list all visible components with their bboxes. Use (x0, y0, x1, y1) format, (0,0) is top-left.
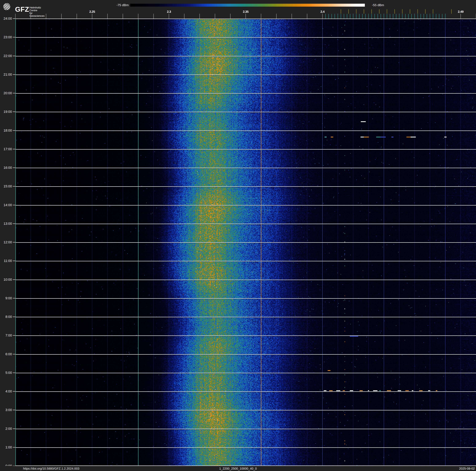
time-label-500: 5:00 (0, 371, 12, 375)
freq-label-2.25: 2.25 (89, 10, 95, 14)
freq-major-tick (292, 14, 292, 18)
ble-channel-tick (439, 14, 439, 18)
time-label-2000: 20:00 (0, 91, 12, 95)
time-tick (13, 354, 15, 354)
time-label-1700: 17:00 (0, 147, 12, 151)
time-label-300: 3:00 (0, 408, 12, 412)
ble-channel-tick (433, 14, 433, 18)
freq-label-2.35: 2.35 (243, 10, 249, 14)
time-label-400: 4:00 (0, 389, 12, 393)
wifi-channel-tick (410, 9, 410, 14)
time-tick (13, 410, 15, 410)
ble-channel-tick (384, 14, 384, 18)
time-tick (13, 261, 15, 261)
wifi-channel-tick (356, 9, 357, 14)
gfz-logo-subtitle-line1: Helmholtz Centre (30, 6, 45, 12)
freq-major-tick (261, 14, 261, 18)
freq-major-tick (15, 14, 16, 18)
time-tick (13, 18, 15, 19)
ble-channel-tick (328, 14, 329, 18)
time-label-1200: 12:00 (0, 240, 12, 244)
ble-channel-tick (430, 14, 430, 18)
wifi-channel-tick (418, 9, 418, 14)
wifi-channel-tick (387, 9, 387, 14)
time-tick (13, 317, 15, 317)
ble-channel-tick (368, 14, 369, 18)
wifi-channel-tick (425, 9, 425, 14)
ble-channel-tick (418, 14, 418, 18)
freq-major-tick (153, 14, 154, 18)
wifi-channel-tick (379, 9, 379, 14)
date-label: 2025-08-02 (459, 467, 475, 471)
spectrogram-canvas (15, 18, 476, 466)
freq-label-2.49: 2.49 (458, 10, 464, 14)
ble-channel-tick (390, 14, 390, 18)
time-label-1000: 10:00 (0, 278, 12, 282)
freq-major-tick (322, 14, 323, 18)
dataset-filename: 1_2200_2500_10000_40_0 (219, 467, 257, 471)
gfz-logo-acronym: GFZ (15, 5, 29, 13)
gfz-logo-subtitle-line2: for Geosciences (30, 12, 45, 17)
time-tick (13, 167, 15, 168)
ble-channel-tick (387, 14, 387, 18)
ble-channel-tick (341, 14, 341, 18)
time-label-1300: 13:00 (0, 222, 12, 226)
time-tick (13, 205, 15, 205)
ble-channel-tick (365, 14, 366, 18)
ble-channel-tick (356, 14, 357, 18)
time-tick (13, 447, 15, 448)
time-label-700: 7:00 (0, 333, 12, 337)
ble-channel-tick (399, 14, 399, 18)
ble-channel-tick (396, 14, 396, 18)
time-label-1800: 18:00 (0, 128, 12, 132)
time-tick (13, 93, 15, 93)
ble-channel-tick (445, 14, 445, 18)
time-tick (13, 56, 15, 56)
time-label-600: 6:00 (0, 352, 12, 356)
freq-major-tick (276, 14, 276, 18)
time-label-900: 9:00 (0, 296, 12, 300)
time-tick (13, 391, 15, 392)
freq-major-tick (169, 14, 169, 18)
wifi-channel-tick (364, 9, 364, 14)
ble-channel-tick (414, 14, 415, 18)
ble-channel-tick (421, 14, 421, 18)
time-label-1400: 14:00 (0, 203, 12, 207)
time-label-1100: 11:00 (0, 259, 12, 263)
ble-channel-tick (381, 14, 381, 18)
wifi-channel-tick (341, 9, 341, 14)
time-tick (13, 149, 15, 149)
ble-channel-tick (411, 14, 412, 18)
ble-channel-tick (405, 14, 406, 18)
time-tick (13, 74, 15, 75)
time-label-2300: 23:00 (0, 35, 12, 39)
colorbar-gradient (130, 4, 365, 7)
freq-major-tick (215, 14, 215, 18)
freq-major-tick (31, 14, 31, 18)
freq-major-tick (200, 14, 200, 18)
time-tick (13, 242, 15, 243)
ble-channel-tick (335, 14, 335, 18)
time-label-2200: 22:00 (0, 54, 12, 58)
ble-channel-tick (362, 14, 362, 18)
ble-channel-tick (359, 14, 359, 18)
ble-channel-tick (325, 14, 326, 18)
time-tick (13, 428, 15, 429)
time-tick (13, 37, 15, 37)
freq-major-tick (460, 14, 461, 18)
time-label-1600: 16:00 (0, 166, 12, 170)
ble-channel-tick (374, 14, 375, 18)
doi-link[interactable]: https://doi.org/10.5880/GFZ.1.2.2024.003 (23, 467, 79, 471)
time-tick (13, 335, 15, 336)
ble-channel-tick (427, 14, 427, 18)
wifi-channel-tick (402, 9, 402, 14)
footer-bar: https://doi.org/10.5880/GFZ.1.2.2024.003… (0, 466, 476, 471)
time-label-200: 2:00 (0, 427, 12, 431)
ble-channel-tick (350, 14, 350, 18)
time-label-800: 8:00 (0, 315, 12, 319)
gfz-logo-icon (3, 3, 10, 10)
wifi-channel-tick (372, 9, 372, 14)
ble-channel-tick (378, 14, 378, 18)
freq-major-tick (107, 14, 108, 18)
colorbar-min-label: -75 dBm (107, 3, 129, 7)
